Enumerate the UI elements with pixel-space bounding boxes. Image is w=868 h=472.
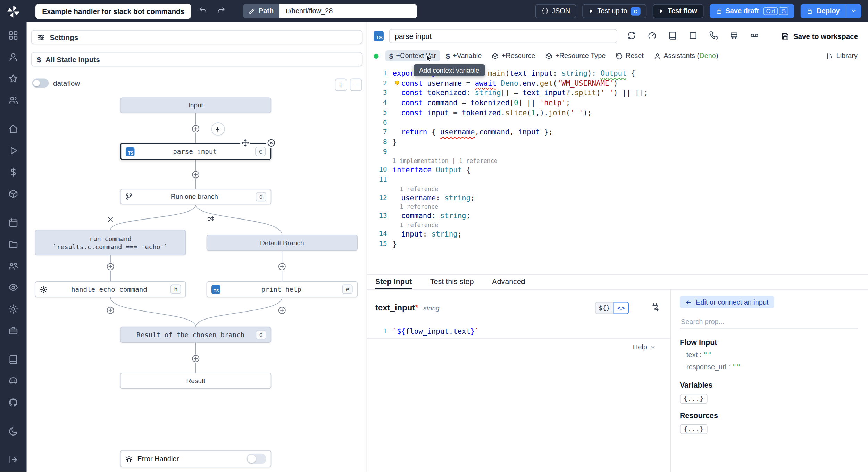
flow-title[interactable]: Example handler for slack bot commands bbox=[35, 3, 191, 18]
sidebar-item-calendar[interactable] bbox=[5, 216, 22, 229]
sidebar-item-toolbox[interactable] bbox=[5, 324, 22, 337]
redo-button[interactable] bbox=[215, 4, 228, 18]
remove-branch-button[interactable] bbox=[106, 215, 115, 224]
node-branch-run-command[interactable]: run command `results.c.command === 'echo… bbox=[35, 230, 186, 255]
phone-button[interactable] bbox=[709, 31, 718, 41]
sidebar-item-user-group[interactable] bbox=[5, 259, 22, 272]
insert-step-button[interactable] bbox=[192, 354, 200, 363]
metrics-button[interactable] bbox=[648, 31, 657, 41]
windmill-logo-icon[interactable] bbox=[6, 5, 20, 19]
line-number: 8 bbox=[367, 137, 392, 147]
branch-split-icon[interactable] bbox=[207, 215, 215, 223]
deploy-menu-button[interactable] bbox=[846, 4, 861, 18]
node-print-help[interactable]: TS print help e bbox=[207, 281, 358, 297]
sidebar-item-folder[interactable] bbox=[5, 238, 22, 251]
node-result-of-chosen-branch[interactable]: Result of the chosen branch d bbox=[120, 327, 271, 343]
vehicle-button[interactable] bbox=[729, 31, 738, 41]
phone-icon bbox=[709, 31, 718, 40]
code-lens[interactable]: 1 reference bbox=[367, 221, 868, 229]
save-draft-button[interactable]: Save draft CtrlS bbox=[709, 4, 794, 18]
insert-step-button[interactable] bbox=[192, 125, 200, 133]
add-resource-button[interactable]: +Resource bbox=[488, 50, 539, 61]
sidebar-item-dollar[interactable] bbox=[5, 166, 22, 179]
connect-input-button[interactable] bbox=[648, 302, 662, 314]
window-button[interactable] bbox=[688, 31, 698, 41]
edit-or-connect-button[interactable]: Edit or connect an input bbox=[680, 296, 774, 308]
sidebar-item-github[interactable] bbox=[5, 396, 22, 409]
node-error-handler[interactable]: Error Handler bbox=[120, 450, 271, 467]
insert-step-button[interactable] bbox=[192, 171, 200, 179]
flow-input-prop[interactable]: text : "" bbox=[680, 350, 859, 359]
sidebar-expand-button[interactable] bbox=[5, 453, 22, 466]
node-run-one-branch[interactable]: Run one branch d bbox=[120, 189, 271, 205]
sidebar-item-users[interactable] bbox=[5, 93, 22, 107]
node-result[interactable]: Result bbox=[120, 373, 271, 389]
node-handle-echo-command[interactable]: handle echo command h bbox=[35, 281, 186, 297]
sidebar-item-moon[interactable] bbox=[5, 425, 22, 438]
tab-advanced[interactable]: Advanced bbox=[492, 275, 525, 289]
move-step-handle[interactable] bbox=[240, 138, 250, 148]
library-icon bbox=[826, 52, 834, 60]
deploy-button[interactable]: Deploy bbox=[801, 4, 846, 18]
search-prop-input[interactable] bbox=[680, 316, 858, 329]
test-up-to-button[interactable]: Test up to c bbox=[582, 4, 646, 18]
sidebar-item-gear[interactable] bbox=[5, 303, 22, 316]
step-name-input[interactable] bbox=[389, 29, 617, 43]
flow-canvas[interactable]: Input TS parse input c Run one branch d … bbox=[27, 22, 367, 472]
expression-editor[interactable]: 1 `${flow_input.text}` bbox=[367, 324, 670, 339]
template-mode-button[interactable]: ${} bbox=[595, 302, 613, 314]
assistants-button[interactable]: Assistants (Deno) bbox=[650, 50, 722, 61]
trigger-button[interactable] bbox=[211, 122, 225, 135]
json-button[interactable]: JSON bbox=[535, 4, 576, 18]
insert-step-button[interactable] bbox=[106, 263, 115, 271]
line-number: 1 bbox=[367, 69, 392, 78]
docs-button[interactable] bbox=[668, 31, 677, 41]
test-flow-button[interactable]: Test flow bbox=[653, 4, 703, 18]
sidebar-item-home[interactable] bbox=[5, 122, 22, 135]
sidebar-item-discord[interactable] bbox=[5, 374, 22, 388]
tab-step-input[interactable]: Step Input bbox=[375, 275, 412, 289]
code-editor[interactable]: 1export async function main(text_input: … bbox=[367, 65, 868, 274]
code-line: 13 command: string; bbox=[367, 211, 868, 221]
add-variable-button[interactable]: $ +Variable bbox=[442, 50, 485, 61]
chevron-down-icon bbox=[649, 344, 656, 350]
insert-step-button[interactable] bbox=[106, 306, 115, 315]
reset-button[interactable]: Reset bbox=[612, 50, 648, 61]
package-icon bbox=[492, 52, 499, 60]
code-lens[interactable]: 1 reference bbox=[367, 203, 868, 211]
undo-button[interactable] bbox=[197, 4, 209, 18]
sidebar-item-star[interactable] bbox=[5, 72, 22, 85]
resources-object-chip[interactable]: {...} bbox=[680, 424, 708, 434]
diff-button[interactable] bbox=[627, 31, 636, 41]
library-button[interactable]: Library bbox=[823, 50, 861, 61]
code-lens[interactable]: 1 implementation | 1 reference bbox=[367, 157, 868, 165]
add-resource-type-button[interactable]: +Resource Type bbox=[541, 50, 609, 61]
path-input[interactable]: u/henri/flow_28 bbox=[279, 4, 417, 18]
node-default-branch[interactable]: Default Branch bbox=[207, 235, 358, 251]
variables-object-chip[interactable]: {...} bbox=[680, 394, 708, 404]
sidebar-item-grid[interactable] bbox=[5, 29, 22, 42]
tab-test-this-step[interactable]: Test this step bbox=[430, 275, 474, 289]
code-mode-button[interactable]: <> bbox=[614, 302, 629, 314]
path-button[interactable]: Path bbox=[243, 4, 279, 18]
insert-step-button[interactable] bbox=[278, 263, 286, 271]
boxes-icon bbox=[8, 189, 18, 199]
code-lens[interactable]: 1 reference bbox=[367, 185, 868, 193]
error-handler-toggle[interactable] bbox=[247, 454, 266, 464]
insert-step-button[interactable] bbox=[278, 306, 286, 315]
code-line: 9 bbox=[367, 147, 868, 157]
flow-input-prop[interactable]: response_url : "" bbox=[680, 363, 859, 371]
voicemail-button[interactable] bbox=[750, 31, 759, 41]
step-id-badge: d bbox=[256, 192, 266, 201]
sidebar-item-play[interactable] bbox=[5, 144, 22, 157]
node-input[interactable]: Input bbox=[120, 98, 271, 113]
quickfix-lightbulb-icon[interactable] bbox=[394, 80, 401, 87]
assistant-icon bbox=[654, 52, 661, 60]
help-button[interactable]: Help bbox=[629, 343, 659, 352]
sidebar-item-eye[interactable] bbox=[5, 281, 22, 294]
sidebar-item-book[interactable] bbox=[5, 353, 22, 366]
sidebar-item-boxes[interactable] bbox=[5, 187, 22, 200]
sidebar-item-user[interactable] bbox=[5, 50, 22, 64]
delete-step-button[interactable] bbox=[266, 138, 276, 148]
save-to-workspace-button[interactable]: Save to workspace bbox=[778, 31, 861, 41]
